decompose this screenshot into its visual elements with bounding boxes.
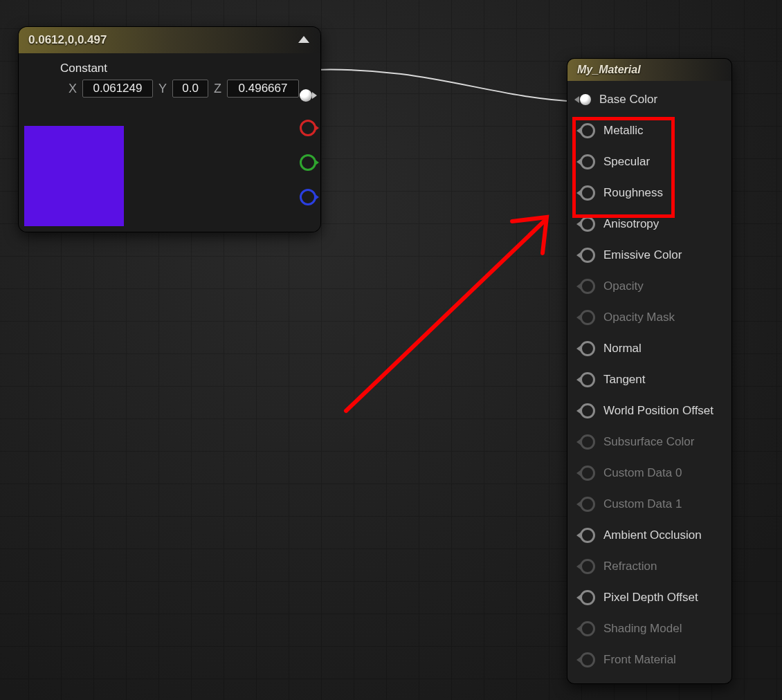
material-input-roughness[interactable]: Roughness (567, 177, 731, 208)
collapse-chevron-icon[interactable] (297, 36, 311, 44)
input-pin-world-position-offset[interactable] (580, 403, 595, 418)
material-input-refraction[interactable]: Refraction (567, 551, 731, 582)
material-input-label: Ambient Occlusion (603, 528, 702, 542)
constant-node-header[interactable]: 0.0612,0,0.497 (19, 27, 320, 53)
material-input-subsurface-color[interactable]: Subsurface Color (567, 426, 731, 457)
material-input-label: World Position Offset (603, 404, 713, 418)
material-input-tangent[interactable]: Tangent (567, 364, 731, 395)
input-pin-subsurface-color[interactable] (580, 434, 595, 450)
material-input-anisotropy[interactable]: Anisotropy (567, 208, 731, 239)
material-input-label: Tangent (603, 373, 646, 387)
axis-y-label: Y (158, 82, 167, 96)
material-input-opacity[interactable]: Opacity (567, 270, 731, 302)
output-pin-rgb[interactable] (300, 89, 312, 102)
input-pin-pixel-depth-offset[interactable] (580, 590, 595, 605)
input-pin-ambient-occlusion[interactable] (580, 528, 595, 543)
constant3vector-node[interactable]: 0.0612,0,0.497 Constant X 0.061249 Y 0.0… (19, 27, 320, 232)
input-pin-specular[interactable] (580, 154, 595, 169)
material-input-label: Front Material (603, 653, 676, 667)
material-input-label: Pixel Depth Offset (603, 591, 698, 605)
material-input-label: Normal (603, 342, 642, 356)
constant-vector-row: X 0.061249 Y 0.0 Z 0.496667 (69, 80, 309, 98)
input-pin-roughness[interactable] (580, 185, 595, 201)
axis-x-label: X (69, 82, 77, 96)
wire-rgb-to-basecolor (313, 70, 577, 102)
annotation-arrow (346, 217, 547, 411)
material-input-emissive-color[interactable]: Emissive Color (567, 239, 731, 270)
input-pin-anisotropy[interactable] (580, 217, 595, 232)
output-pin-g[interactable] (300, 154, 316, 171)
output-pin-r[interactable] (300, 120, 316, 136)
material-input-label: Specular (603, 155, 650, 169)
material-input-shading-model[interactable]: Shading Model (567, 613, 731, 644)
material-input-label: Metallic (603, 124, 644, 138)
input-pin-refraction[interactable] (580, 559, 595, 574)
material-node-header[interactable]: My_Material (567, 59, 731, 81)
axis-z-label: Z (214, 82, 221, 96)
input-pin-custom-data-1[interactable] (580, 497, 595, 512)
material-input-label: Emissive Color (603, 248, 682, 262)
material-output-node[interactable]: My_Material Base ColorMetallicSpecularRo… (567, 59, 731, 683)
output-pin-column (300, 89, 316, 205)
x-value-field[interactable]: 0.061249 (82, 80, 153, 98)
constant-node-body: Constant X 0.061249 Y 0.0 Z 0.496667 (19, 53, 320, 232)
material-input-label: Refraction (603, 560, 657, 573)
material-input-label: Opacity Mask (603, 311, 675, 324)
material-input-specular[interactable]: Specular (567, 146, 731, 177)
material-input-label: Shading Model (603, 622, 682, 636)
y-value-field[interactable]: 0.0 (172, 80, 208, 98)
constant-node-title: 0.0612,0,0.497 (28, 33, 107, 47)
input-pin-shading-model[interactable] (580, 621, 595, 636)
input-pin-normal[interactable] (580, 341, 595, 356)
material-input-normal[interactable]: Normal (567, 333, 731, 364)
material-input-ambient-occlusion[interactable]: Ambient Occlusion (567, 519, 731, 551)
input-pin-front-material[interactable] (580, 652, 595, 667)
material-input-custom-data-1[interactable]: Custom Data 1 (567, 488, 731, 519)
material-graph-canvas[interactable]: 0.0612,0,0.497 Constant X 0.061249 Y 0.0… (0, 0, 782, 700)
material-input-label: Subsurface Color (603, 435, 694, 449)
input-pin-tangent[interactable] (580, 372, 595, 387)
constant-type-label: Constant (60, 62, 309, 75)
input-pin-opacity-mask[interactable] (580, 310, 595, 325)
input-pin-metallic[interactable] (580, 123, 595, 138)
material-node-title: My_Material (577, 64, 641, 76)
material-input-world-position-offset[interactable]: World Position Offset (567, 395, 731, 426)
material-input-label: Anisotropy (603, 217, 659, 231)
z-value-field[interactable]: 0.496667 (227, 80, 299, 98)
material-input-custom-data-0[interactable]: Custom Data 0 (567, 457, 731, 488)
material-input-metallic[interactable]: Metallic (567, 115, 731, 146)
material-input-label: Base Color (599, 93, 657, 107)
input-pin-opacity[interactable] (580, 279, 595, 294)
input-pin-emissive-color[interactable] (580, 248, 595, 263)
material-input-label: Custom Data 1 (603, 497, 682, 511)
svg-line-0 (346, 221, 544, 411)
output-pin-b[interactable] (300, 189, 316, 205)
input-pin-base-color[interactable] (580, 94, 591, 105)
color-swatch[interactable] (24, 126, 124, 226)
input-pin-custom-data-0[interactable] (580, 466, 595, 481)
material-input-base-color[interactable]: Base Color (567, 84, 731, 115)
material-input-label: Opacity (603, 279, 644, 293)
material-input-label: Roughness (603, 186, 663, 200)
material-input-pixel-depth-offset[interactable]: Pixel Depth Offset (567, 582, 731, 613)
material-input-opacity-mask[interactable]: Opacity Mask (567, 302, 731, 333)
material-node-body: Base ColorMetallicSpecularRoughnessAniso… (567, 81, 731, 683)
material-input-front-material[interactable]: Front Material (567, 644, 731, 675)
material-input-label: Custom Data 0 (603, 466, 682, 480)
